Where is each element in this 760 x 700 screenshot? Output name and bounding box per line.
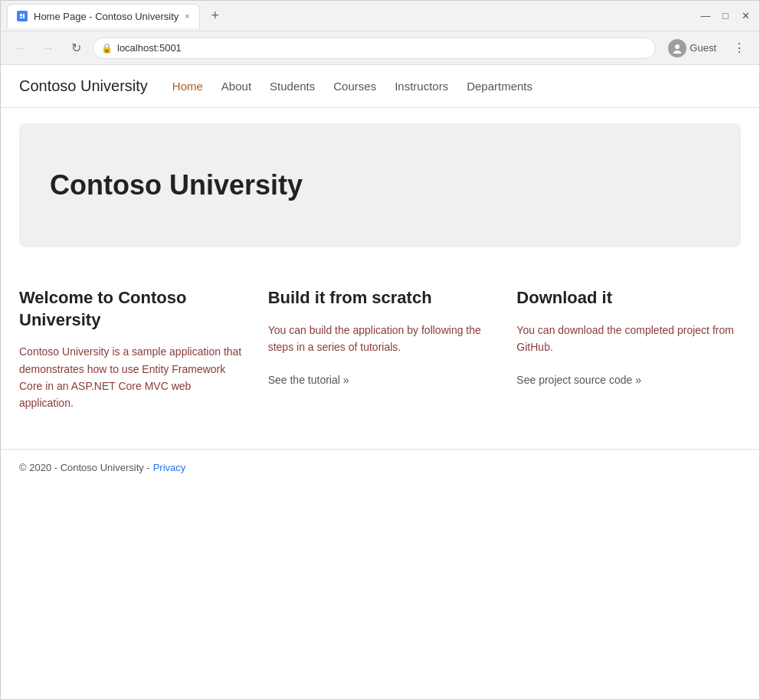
page-content: Contoso University Home About Students C… — [1, 65, 759, 699]
welcome-title: Welcome to Contoso University — [19, 287, 244, 331]
svg-point-4 — [675, 44, 680, 49]
nav-departments[interactable]: Departments — [467, 80, 532, 93]
svg-point-5 — [673, 51, 681, 54]
svg-rect-3 — [20, 17, 22, 18]
browser-menu-button[interactable]: ⋮ — [729, 38, 750, 59]
nav-students[interactable]: Students — [270, 80, 315, 93]
back-button[interactable]: ← — [10, 38, 31, 59]
nav-home[interactable]: Home — [172, 80, 203, 93]
nav-courses[interactable]: Courses — [333, 80, 376, 93]
privacy-link[interactable]: Privacy — [153, 462, 186, 473]
content-columns: Welcome to Contoso University Contoso Un… — [1, 263, 759, 449]
site-footer: © 2020 - Contoso University - Privacy — [1, 449, 759, 486]
new-tab-button[interactable]: + — [203, 4, 228, 28]
title-bar: Home Page - Contoso University × + — □ ✕ — [1, 1, 759, 31]
site-nav: Contoso University Home About Students C… — [1, 65, 759, 108]
address-bar: ← → ↻ 🔒 localhost:5001 Guest ⋮ — [1, 31, 759, 65]
guest-button[interactable]: Guest — [662, 38, 722, 59]
refresh-button[interactable]: ↻ — [65, 38, 87, 59]
tutorial-link[interactable]: See the tutorial » — [268, 374, 349, 386]
hero-section: Contoso University — [19, 123, 741, 247]
site-logo: Contoso University — [19, 77, 148, 95]
build-body: You can build the application by followi… — [268, 322, 493, 356]
tab-favicon — [17, 11, 28, 21]
hero-title: Contoso University — [50, 169, 710, 201]
welcome-column: Welcome to Contoso University Contoso Un… — [19, 287, 244, 424]
svg-rect-0 — [18, 12, 26, 20]
download-body: You can download the completed project f… — [516, 322, 741, 356]
download-column: Download it You can download the complet… — [516, 287, 741, 424]
window-controls: — □ ✕ — [698, 8, 753, 24]
nav-instructors[interactable]: Instructors — [395, 80, 448, 93]
url-text: localhost:5001 — [117, 42, 647, 54]
browser-tab[interactable]: Home Page - Contoso University × — [7, 4, 200, 28]
forward-button[interactable]: → — [38, 38, 59, 59]
guest-label: Guest — [690, 42, 716, 54]
welcome-body: Contoso University is a sample applicati… — [19, 343, 244, 412]
source-code-link[interactable]: See project source code » — [516, 374, 641, 386]
tab-close-button[interactable]: × — [185, 11, 189, 21]
close-button[interactable]: ✕ — [738, 8, 753, 24]
download-title: Download it — [516, 287, 741, 309]
svg-rect-2 — [23, 14, 25, 18]
url-bar[interactable]: 🔒 localhost:5001 — [93, 38, 656, 59]
lock-icon: 🔒 — [101, 43, 113, 54]
maximize-button[interactable]: □ — [718, 8, 733, 24]
minimize-button[interactable]: — — [698, 8, 713, 24]
tab-title: Home Page - Contoso University — [34, 11, 179, 22]
nav-about[interactable]: About — [221, 80, 251, 93]
build-title: Build it from scratch — [268, 287, 493, 309]
footer-copyright: © 2020 - Contoso University - — [19, 462, 150, 473]
build-column: Build it from scratch You can build the … — [268, 287, 493, 424]
svg-rect-1 — [20, 14, 22, 16]
avatar — [668, 39, 686, 57]
